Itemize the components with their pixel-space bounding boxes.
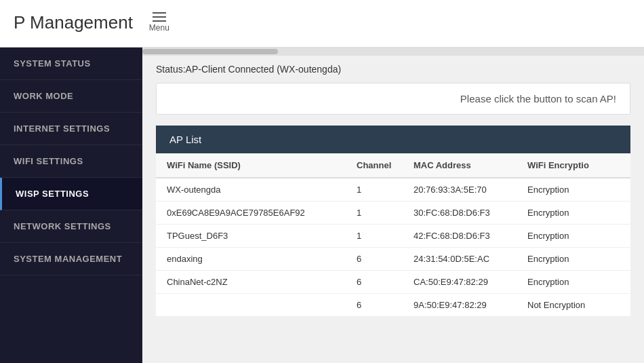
main-layout: SYSTEM STATUSWORK MODEINTERNET SETTINGSW… (0, 47, 644, 363)
sidebar-item-wifi-settings[interactable]: WIFI SETTINGS (0, 145, 142, 178)
cell-channel: 6 (346, 248, 403, 271)
cell-encryption: Encryption (517, 271, 630, 294)
cell-channel: 1 (346, 202, 403, 225)
sidebar-item-network-settings[interactable]: NETWORK SETTINGS (0, 210, 142, 243)
scan-message: Please click the button to scan AP! (460, 93, 616, 104)
col-header-channel: Channel (346, 153, 403, 178)
cell-mac: 20:76:93:3A:5E:70 (403, 178, 517, 202)
cell-channel: 1 (346, 225, 403, 248)
cell-encryption: Encryption (517, 202, 630, 225)
cell-mac: 42:FC:68:D8:D6:F3 (403, 225, 517, 248)
col-header-mac: MAC Address (403, 153, 517, 178)
col-header-enc: WiFi Encryptio (517, 153, 630, 178)
sidebar-item-work-mode[interactable]: WORK MODE (0, 80, 142, 113)
header: P Management Menu (0, 0, 644, 47)
status-bar: Status:AP-Client Connected (WX-outengda) (142, 56, 644, 83)
cell-ssid[interactable]: WX-outengda (156, 178, 346, 202)
scan-button[interactable]: Please click the button to scan AP! (156, 83, 630, 115)
cell-channel: 6 (346, 294, 403, 317)
cell-mac: 9A:50:E9:47:82:29 (403, 294, 517, 317)
sidebar-item-system-status[interactable]: SYSTEM STATUS (0, 47, 142, 80)
cell-ssid[interactable]: endaxing (156, 248, 346, 271)
sidebar: SYSTEM STATUSWORK MODEINTERNET SETTINGSW… (0, 47, 142, 363)
cell-encryption: Encryption (517, 178, 630, 202)
col-header-ssid: WiFi Name (SSID) (156, 153, 346, 178)
cell-ssid[interactable] (156, 294, 346, 317)
sidebar-item-internet-settings[interactable]: INTERNET SETTINGS (0, 113, 142, 145)
sidebar-item-system-management[interactable]: SYSTEM MANAGEMENT (0, 243, 142, 275)
ap-list-header: AP List (156, 126, 630, 153)
table-header: WiFi Name (SSID) Channel MAC Address WiF… (156, 153, 630, 178)
page-title: P Management (14, 7, 133, 33)
cell-encryption: Encryption (517, 225, 630, 248)
cell-encryption: Encryption (517, 248, 630, 271)
cell-mac: CA:50:E9:47:82:29 (403, 271, 517, 294)
main-content: Status:AP-Client Connected (WX-outengda)… (142, 47, 644, 363)
status-text: Status:AP-Client Connected (WX-outengda) (156, 64, 341, 75)
cell-ssid[interactable]: ChinaNet-c2NZ (156, 271, 346, 294)
table-row[interactable]: TPGuest_D6F3142:FC:68:D8:D6:F3Encryption (156, 225, 630, 248)
menu-label: Menu (149, 23, 169, 33)
table-body: WX-outengda120:76:93:3A:5E:70Encryption0… (156, 178, 630, 317)
scrollbar[interactable] (142, 47, 644, 56)
cell-ssid[interactable]: TPGuest_D6F3 (156, 225, 346, 248)
ap-list-title: AP List (169, 134, 201, 145)
hamburger-icon (153, 12, 166, 22)
table-row[interactable]: endaxing624:31:54:0D:5E:ACEncryption (156, 248, 630, 271)
table-row[interactable]: ChinaNet-c2NZ6CA:50:E9:47:82:29Encryptio… (156, 271, 630, 294)
cell-ssid[interactable]: 0xE69CA8E9A9ACE79785E6AF92 (156, 202, 346, 225)
cell-mac: 24:31:54:0D:5E:AC (403, 248, 517, 271)
table-row[interactable]: 69A:50:E9:47:82:29Not Encryption (156, 294, 630, 317)
scrollbar-thumb[interactable] (142, 49, 278, 54)
table-row[interactable]: 0xE69CA8E9A9ACE79785E6AF92130:FC:68:D8:D… (156, 202, 630, 225)
cell-mac: 30:FC:68:D8:D6:F3 (403, 202, 517, 225)
table-row[interactable]: WX-outengda120:76:93:3A:5E:70Encryption (156, 178, 630, 202)
menu-button[interactable]: Menu (149, 7, 169, 33)
cell-channel: 6 (346, 271, 403, 294)
sidebar-item-wisp-settings[interactable]: WISP SETTINGS (0, 178, 142, 210)
cell-encryption: Not Encryption (517, 294, 630, 317)
cell-channel: 1 (346, 178, 403, 202)
ap-table: WiFi Name (SSID) Channel MAC Address WiF… (156, 153, 630, 317)
